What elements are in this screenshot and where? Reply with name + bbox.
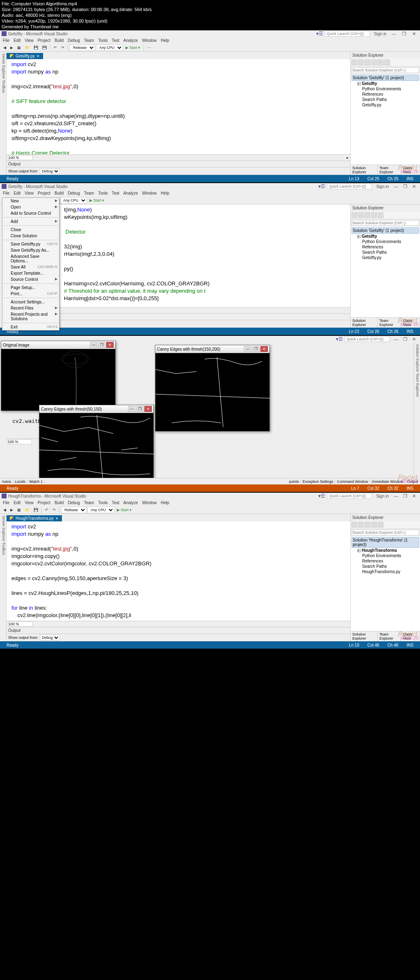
panel-tab[interactable]: Solution Explorer: [351, 318, 378, 328]
open-button[interactable]: 📁: [23, 45, 31, 50]
start-button[interactable]: ▶ Start ▾: [88, 197, 106, 203]
close-button[interactable]: ✕: [410, 31, 418, 36]
code-editor[interactable]: import cv2 import numpy as np img=cv2.im…: [7, 521, 350, 621]
menu-item[interactable]: ExitAlt+F4: [2, 324, 59, 330]
nav-fwd-button[interactable]: ▶: [9, 45, 15, 50]
menu-tools[interactable]: Tools: [96, 191, 110, 195]
menu-window[interactable]: Window: [140, 191, 159, 195]
maximize-icon[interactable]: ❐: [98, 342, 105, 348]
window-titlebar[interactable]: GetsIfty - Microsoft Visual Studio ▾☰ Si…: [0, 30, 420, 37]
tree-node[interactable]: Search Paths: [352, 564, 419, 569]
menu-file[interactable]: File: [1, 500, 11, 505]
close-button[interactable]: ✕: [410, 184, 418, 189]
menu-edit[interactable]: Edit: [11, 500, 23, 505]
maximize-button[interactable]: ❐: [401, 184, 410, 189]
solution-tree[interactable]: Solution 'GetsIfty' (1 project)▸GetsIfty…: [351, 74, 420, 165]
menu-item[interactable]: Save GetsIfty.py As...: [2, 247, 59, 253]
redo-button[interactable]: ↷: [59, 45, 66, 50]
right-dock-sidebar[interactable]: Solution Explorer Team Explorer: [413, 342, 420, 474]
notifications-icon[interactable]: ▾☰: [318, 184, 325, 189]
autos-tab[interactable]: Autos: [0, 480, 13, 484]
tree-node[interactable]: Python Environments: [352, 86, 419, 92]
menu-item[interactable]: Open▶: [2, 204, 59, 210]
quick-launch-input[interactable]: [327, 184, 372, 189]
menu-tools[interactable]: Tools: [96, 38, 110, 43]
menu-team[interactable]: Team: [82, 500, 96, 505]
menu-test[interactable]: Test: [110, 191, 121, 195]
menu-item[interactable]: Export Template...: [2, 270, 59, 276]
menu-view[interactable]: View: [23, 38, 36, 43]
tree-node[interactable]: GetsIfty.py: [352, 102, 419, 108]
menu-window[interactable]: Window: [140, 38, 159, 43]
menu-item[interactable]: Save GetsIfty.pyCtrl+S: [2, 241, 59, 247]
locals-tab[interactable]: Locals: [13, 480, 27, 484]
tree-node[interactable]: GetsIfty.py: [352, 255, 419, 260]
menu-help[interactable]: Help: [159, 500, 171, 505]
minimize-button[interactable]: —: [389, 31, 398, 36]
watch-tab[interactable]: Watch 1: [27, 480, 45, 484]
window-titlebar[interactable]: GetsIfty - Microsoft Visual Studio ▾☰ Si…: [0, 183, 420, 190]
undo-button[interactable]: ↶: [52, 45, 59, 50]
solution-tree[interactable]: Solution 'GetsIfty' (1 project)▸GetsIfty…: [351, 227, 420, 317]
menu-edit[interactable]: Edit: [11, 191, 23, 195]
panel-tab[interactable]: Solution Explorer: [351, 165, 378, 175]
menu-tools[interactable]: Tools: [96, 500, 110, 505]
tree-node[interactable]: ▸GetsIfty: [352, 81, 419, 86]
menu-debug[interactable]: Debug: [66, 191, 82, 195]
output-source-dropdown[interactable]: Debug: [40, 168, 60, 174]
panel-tab[interactable]: Team Explorer: [378, 631, 401, 641]
solution-tree[interactable]: Solution 'HoughTransforms' (1 project)▸H…: [351, 536, 420, 631]
canny-high-thresh-window[interactable]: Canny Edges with thresh(150,200)—❐✕: [155, 345, 270, 431]
menu-view[interactable]: View: [23, 191, 36, 195]
menu-analyze[interactable]: Analyze: [121, 191, 140, 195]
menu-item[interactable]: Add to Source Control: [2, 210, 59, 216]
panel-tab[interactable]: Team Explorer: [378, 165, 401, 175]
tree-node[interactable]: References: [352, 92, 419, 97]
panel-tab[interactable]: Solution Explorer: [351, 631, 378, 641]
solution-search-input[interactable]: [352, 67, 419, 73]
menu-build[interactable]: Build: [52, 191, 66, 195]
quick-launch-input[interactable]: [325, 31, 370, 37]
menu-item[interactable]: New▶: [2, 198, 59, 204]
menu-team[interactable]: Team: [82, 38, 96, 43]
solution-root-node[interactable]: Solution 'GetsIfty' (1 project): [352, 227, 419, 234]
new-item-button[interactable]: ▦: [16, 45, 23, 50]
menu-debug[interactable]: Debug: [66, 38, 82, 43]
panel-tab[interactable]: Class View: [401, 165, 420, 175]
menu-item[interactable]: Recent Files▶: [2, 305, 59, 311]
maximize-button[interactable]: ❐: [399, 31, 409, 36]
menu-item[interactable]: Advanced Save Options...: [2, 253, 59, 264]
menu-help[interactable]: Help: [159, 191, 171, 195]
platform-dropdown[interactable]: Any CPU: [96, 44, 123, 51]
zoom-input[interactable]: [8, 155, 33, 160]
menu-item[interactable]: Account Settings...: [2, 299, 59, 305]
menu-item[interactable]: Save AllCtrl+Shift+S: [2, 264, 59, 270]
menu-item[interactable]: Close: [2, 227, 59, 233]
menu-team[interactable]: Team: [82, 191, 96, 195]
sign-in-link[interactable]: Sign in: [374, 32, 387, 36]
tree-node[interactable]: Python Environments: [352, 239, 419, 244]
menu-item[interactable]: Print...Ctrl+P: [2, 291, 59, 297]
panel-tab[interactable]: Class View: [401, 318, 420, 328]
start-button[interactable]: ▶ Start ▾: [115, 507, 133, 513]
solution-root-node[interactable]: Solution 'HoughTransforms' (1 project): [352, 537, 419, 548]
menu-project[interactable]: Project: [36, 500, 52, 505]
menu-project[interactable]: Project: [36, 38, 52, 43]
notifications-icon[interactable]: ▾☰: [318, 493, 325, 499]
menu-analyze[interactable]: Analyze: [121, 38, 140, 43]
config-dropdown[interactable]: Release: [70, 44, 95, 51]
tree-node[interactable]: Python Environments: [352, 553, 419, 558]
scroll-right-icon[interactable]: ▸: [347, 156, 349, 160]
left-toolbox-sidebar[interactable]: Server Explorer Toolbox: [0, 514, 7, 641]
code-editor[interactable]: import cv2 import numpy as np img=cv2.im…: [7, 59, 350, 154]
left-toolbox-sidebar[interactable]: Server Explorer Toolbox: [0, 52, 7, 175]
menu-analyze[interactable]: Analyze: [121, 500, 140, 505]
tree-node[interactable]: Search Paths: [352, 250, 419, 255]
menu-item[interactable]: Page Setup...: [2, 285, 59, 291]
menu-build[interactable]: Build: [52, 38, 66, 43]
start-button[interactable]: ▶ Start ▾: [124, 45, 142, 50]
menu-project[interactable]: Project: [36, 191, 52, 195]
tab-close-icon[interactable]: ✕: [37, 54, 40, 58]
panel-tab[interactable]: Team Explorer: [378, 318, 401, 328]
menu-file[interactable]: File: [1, 38, 11, 43]
